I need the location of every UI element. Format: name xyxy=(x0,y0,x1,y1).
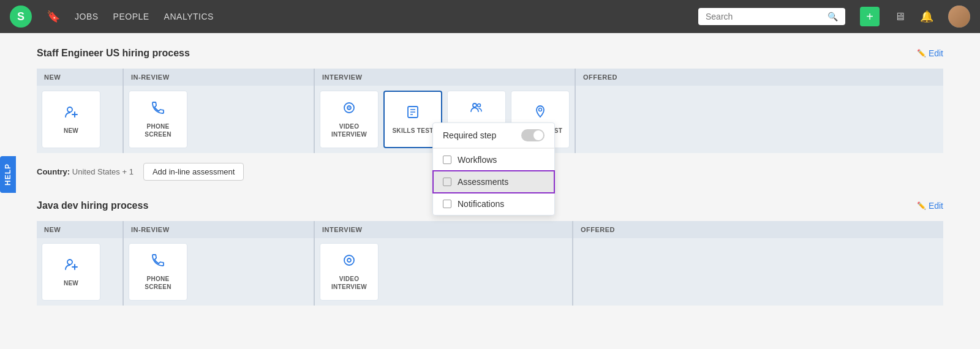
required-step-toggle[interactable] xyxy=(521,129,545,141)
workflows-item[interactable]: Workflows xyxy=(433,149,554,171)
skills-icon xyxy=(405,105,420,123)
card-phone-label: PHONE SCREEN xyxy=(134,122,182,138)
assessments-item[interactable]: Assessments xyxy=(433,171,554,193)
svg-point-4 xyxy=(349,107,350,108)
required-step-row: Required step xyxy=(433,123,554,148)
video-icon xyxy=(342,100,356,119)
toggle-knob xyxy=(533,130,543,140)
pencil-icon-2: ✏️ xyxy=(917,201,926,210)
assessments-checkbox[interactable] xyxy=(443,178,451,186)
process-1-header: Staff Engineer US hiring process ✏️ Edit xyxy=(37,48,943,59)
workflows-label: Workflows xyxy=(458,155,497,165)
card-phone[interactable]: PHONE SCREEN xyxy=(129,91,187,148)
search-box: 🔍 xyxy=(698,8,845,25)
stage2-new-header: NEW xyxy=(37,221,123,238)
country-label: Country: United States + 1 xyxy=(37,167,134,176)
process-2-title: Java dev hiring process xyxy=(37,200,148,211)
process-1: Staff Engineer US hiring process ✏️ Edit… xyxy=(37,48,943,181)
card-new-label: NEW xyxy=(64,127,78,135)
notifications-label: Notifications xyxy=(458,199,504,209)
notifications-item[interactable]: Notifications xyxy=(433,193,554,215)
stage-in-review-header: IN-REVIEW xyxy=(124,69,314,86)
search-icon: 🔍 xyxy=(827,12,838,21)
stage2-in-review-header: IN-REVIEW xyxy=(124,221,314,238)
main-content: Staff Engineer US hiring process ✏️ Edit… xyxy=(0,33,980,349)
card2-new[interactable]: NEW xyxy=(42,243,100,301)
workflows-checkbox[interactable] xyxy=(443,156,451,164)
stage2-in-review: IN-REVIEW PHONE SCREEN xyxy=(124,221,314,306)
edit-label-2: Edit xyxy=(929,201,943,211)
stage-new-header: NEW xyxy=(37,69,123,86)
stage-in-review-cards: PHONE SCREEN xyxy=(124,86,314,153)
card2-new-label: NEW xyxy=(64,279,78,287)
bookmark-icon[interactable]: 🔖 xyxy=(47,10,60,23)
card2-phone[interactable]: PHONE SCREEN xyxy=(129,243,187,301)
add-button[interactable]: + xyxy=(860,7,880,26)
stage2-offered: OFFERED xyxy=(573,221,943,306)
svg-point-12 xyxy=(67,260,72,265)
team-icon xyxy=(469,100,484,119)
phone2-icon xyxy=(151,253,165,271)
stage-in-review: IN-REVIEW PHONE SCREEN xyxy=(124,69,314,153)
card-skills-label: SKILLS TEST xyxy=(392,127,433,135)
skills-dropdown: Required step Workflows Assessme xyxy=(432,122,555,216)
navigation: S 🔖 JOBS PEOPLE ANALYTICS 🔍 + 🖥 🔔 xyxy=(0,0,980,33)
svg-point-10 xyxy=(478,104,481,107)
card-video-label: VIDEO INTERVIEW xyxy=(325,122,373,138)
stage-interview-header: INTERVIEW xyxy=(315,69,575,86)
card2-video[interactable]: VIDEO INTERVIEW xyxy=(320,243,379,301)
edit-label: Edit xyxy=(929,48,943,58)
card-new[interactable]: NEW xyxy=(42,91,100,148)
pipeline-1: NEW NEW xyxy=(37,69,943,153)
card2-phone-label: PHONE SCREEN xyxy=(134,275,182,291)
stage2-new-cards: NEW xyxy=(37,238,123,306)
pipeline-2: NEW NEW xyxy=(37,221,943,306)
app-logo: S xyxy=(10,6,32,28)
stage-interview: INTERVIEW VIDEO INTERVIEW xyxy=(315,69,575,153)
svg-point-15 xyxy=(347,258,351,262)
nav-people[interactable]: PEOPLE xyxy=(113,12,149,21)
stage-new-cards: NEW xyxy=(37,86,123,153)
notifications-checkbox[interactable] xyxy=(443,200,451,208)
card2-video-label: VIDEO INTERVIEW xyxy=(325,275,373,291)
process-2: Java dev hiring process ✏️ Edit NEW xyxy=(37,200,943,306)
stage-new: NEW NEW xyxy=(37,69,123,153)
add-assessment-button[interactable]: Add in-line assessment xyxy=(143,163,244,181)
phone-icon xyxy=(151,100,165,119)
stage2-interview: INTERVIEW VIDEO INTERVIEW xyxy=(315,221,572,306)
process-1-title: Staff Engineer US hiring process xyxy=(37,48,190,59)
assessments-label: Assessments xyxy=(458,177,508,187)
process-1-edit[interactable]: ✏️ Edit xyxy=(917,48,943,58)
stage-offered-cards xyxy=(576,86,943,153)
required-step-label: Required step xyxy=(443,130,496,140)
svg-point-9 xyxy=(473,103,477,107)
video2-icon xyxy=(342,253,356,271)
avatar-image xyxy=(948,6,970,28)
stage2-offered-header: OFFERED xyxy=(573,221,943,238)
new2-icon xyxy=(64,257,78,276)
stage-offered-header: OFFERED xyxy=(576,69,943,86)
onsite-icon xyxy=(533,105,548,123)
stage2-interview-cards: VIDEO INTERVIEW xyxy=(315,238,572,306)
search-input[interactable] xyxy=(706,12,823,21)
nav-links: JOBS PEOPLE ANALYTICS xyxy=(75,12,214,21)
help-tab[interactable]: HELP xyxy=(0,156,16,193)
svg-point-11 xyxy=(539,108,542,111)
card-video[interactable]: VIDEO INTERVIEW xyxy=(320,91,379,148)
nav-analytics[interactable]: ANALYTICS xyxy=(164,12,214,21)
bell-icon[interactable]: 🔔 xyxy=(920,10,933,23)
stage-offered: OFFERED xyxy=(576,69,943,153)
stage2-in-review-cards: PHONE SCREEN xyxy=(124,238,314,306)
avatar[interactable] xyxy=(948,6,970,28)
pencil-icon: ✏️ xyxy=(917,49,926,58)
process-2-edit[interactable]: ✏️ Edit xyxy=(917,201,943,211)
stage2-new: NEW NEW xyxy=(37,221,123,306)
nav-jobs[interactable]: JOBS xyxy=(75,12,99,21)
svg-point-0 xyxy=(67,107,72,112)
stage2-offered-cards xyxy=(573,238,943,306)
new-icon xyxy=(64,105,78,123)
screen-icon[interactable]: 🖥 xyxy=(894,10,905,23)
stage2-interview-header: INTERVIEW xyxy=(315,221,572,238)
